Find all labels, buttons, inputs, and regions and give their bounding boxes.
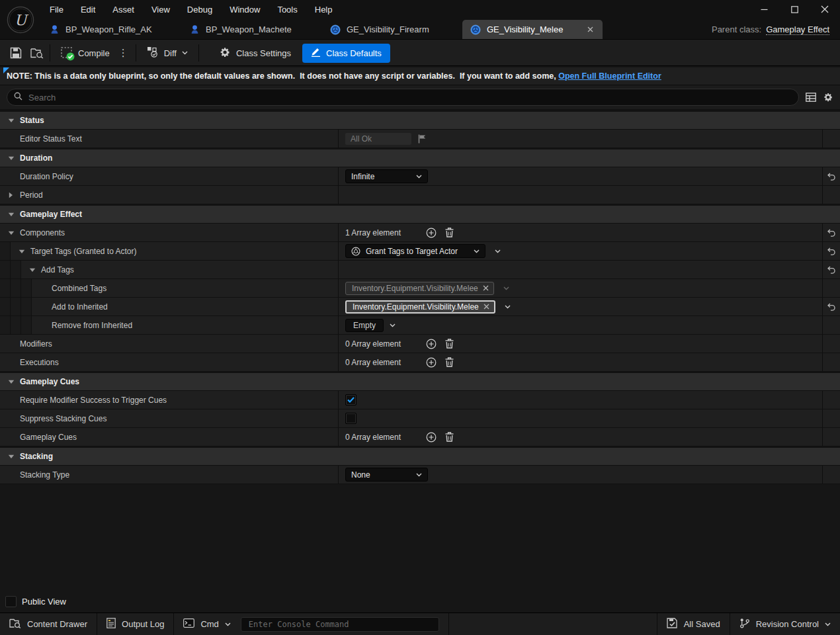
menu-debug[interactable]: Debug	[179, 0, 221, 19]
menu-help[interactable]: Help	[306, 0, 341, 19]
add-array-element-button[interactable]	[423, 429, 439, 445]
property-value-cell: 1 Array element	[339, 224, 822, 241]
details-search-row	[0, 85, 840, 109]
tab-bp-weapon-rifle-ak[interactable]: BP_Weapon_Rifle_AK	[42, 20, 182, 39]
property-label: Suppress Stacking Cues	[20, 414, 106, 423]
duration-policy-dropdown[interactable]: Infinite	[345, 169, 428, 183]
close-window-button[interactable]	[810, 0, 840, 19]
add-to-inherited-tag-chip[interactable]: Inventory.Equipment.Visibility.Melee	[345, 300, 495, 314]
delete-array-elements-button[interactable]	[441, 225, 457, 241]
reset-column	[822, 466, 840, 484]
reset-to-default-button[interactable]	[823, 169, 839, 185]
delete-array-elements-button[interactable]	[441, 336, 457, 352]
property-value-cell: 0 Array element	[339, 428, 822, 446]
chevron-down-icon[interactable]	[503, 286, 509, 290]
combined-tags-tag-chip[interactable]: Inventory.Equipment.Visibility.Melee	[345, 282, 494, 295]
property-value-cell: Infinite	[339, 167, 822, 185]
reset-column	[822, 335, 840, 353]
maximize-button[interactable]	[779, 0, 810, 19]
chevron-down-icon[interactable]	[495, 249, 501, 253]
view-options-grid-icon[interactable]	[806, 93, 816, 102]
save-asset-button[interactable]	[8, 45, 24, 61]
property-value-cell: 0 Array element	[339, 353, 822, 371]
search-box[interactable]	[7, 89, 799, 106]
delete-array-elements-button[interactable]	[441, 429, 457, 445]
menu-view[interactable]: View	[143, 0, 179, 19]
reset-to-default-button[interactable]	[823, 225, 839, 241]
parent-class-link[interactable]: Gameplay Effect	[766, 24, 829, 35]
toolbar-separator	[50, 44, 50, 62]
menu-tools[interactable]: Tools	[269, 0, 306, 19]
expand-arrow-icon[interactable]	[29, 267, 41, 273]
property-row-combined-tags: Combined TagsInventory.Equipment.Visibil…	[0, 279, 840, 298]
menu-edit[interactable]: Edit	[72, 0, 104, 19]
remove-from-inherited-empty-chip[interactable]: Empty	[345, 319, 384, 332]
content-drawer-button[interactable]: Content Drawer	[0, 613, 97, 635]
compile-button[interactable]: Compile	[55, 43, 116, 63]
category-gameplay-effect[interactable]: Gameplay Effect	[0, 206, 840, 224]
remove-tag-icon[interactable]	[483, 304, 489, 310]
tab-label: BP_Weapon_Rifle_AK	[65, 24, 152, 34]
revision-control-label: Revision Control	[756, 619, 819, 629]
require-modifier-success-to-trigger-cues-checkbox[interactable]	[345, 394, 357, 405]
tab-bp-weapon-machete[interactable]: BP_Weapon_Machete	[182, 20, 322, 39]
category-stacking[interactable]: Stacking	[0, 448, 840, 466]
chevron-down-icon[interactable]	[390, 323, 396, 327]
tab-ge-visibility-melee[interactable]: GE_Visibility_Melee	[462, 20, 603, 39]
property-label: Editor Status Text	[20, 134, 82, 144]
all-saved-button[interactable]: All Saved	[657, 613, 730, 635]
reset-column	[822, 224, 840, 241]
tab-ge-visibility-firearm[interactable]: GE_Visibility_Firearm	[322, 20, 462, 39]
output-log-button[interactable]: Output Log	[97, 613, 174, 635]
category-duration[interactable]: Duration	[0, 149, 840, 167]
details-settings-gear-icon[interactable]	[823, 92, 833, 103]
add-array-element-button[interactable]	[423, 355, 439, 370]
editor-status-text-input[interactable]: All Ok	[345, 133, 411, 145]
suppress-stacking-cues-checkbox[interactable]	[345, 413, 357, 424]
expand-arrow-icon[interactable]	[8, 192, 20, 198]
target-tags-granted-to-actor-dropdown[interactable]: Grant Tags to Target Actor	[345, 244, 485, 258]
menu-asset[interactable]: Asset	[104, 0, 143, 19]
property-row-add-tags: Add Tags	[0, 261, 840, 279]
close-tab-icon[interactable]	[586, 25, 595, 34]
compile-icon	[61, 47, 73, 59]
add-array-element-button[interactable]	[423, 225, 439, 241]
cmd-label[interactable]: Cmd	[200, 619, 218, 629]
remove-tag-icon[interactable]	[483, 285, 489, 291]
reset-column	[822, 409, 840, 427]
reset-to-default-button[interactable]	[823, 243, 839, 259]
class-defaults-button[interactable]: Class Defaults	[302, 44, 390, 63]
public-view-checkbox[interactable]	[5, 596, 17, 607]
menu-window[interactable]: Window	[221, 0, 269, 19]
reset-column	[822, 353, 840, 371]
sphere-icon	[351, 247, 360, 256]
add-array-element-button[interactable]	[423, 336, 439, 352]
reset-to-default-button[interactable]	[823, 299, 839, 315]
category-gameplay-cues[interactable]: Gameplay Cues	[0, 373, 840, 391]
window-chrome: U FileEditAssetViewDebugWindowToolsHelp …	[0, 0, 840, 39]
reset-to-default-button[interactable]	[823, 262, 839, 278]
category-status[interactable]: Status	[0, 112, 840, 130]
minimize-button[interactable]	[749, 0, 779, 19]
compile-options-kebab-icon[interactable]: ⋮	[116, 47, 131, 59]
delete-array-elements-button[interactable]	[441, 355, 457, 370]
property-value-cell	[339, 261, 822, 278]
category-label: Duration	[20, 153, 52, 163]
chevron-down-icon[interactable]	[505, 305, 511, 309]
expand-arrow-icon[interactable]	[8, 230, 20, 235]
open-full-blueprint-editor-link[interactable]: Open Full Blueprint Editor	[558, 71, 661, 81]
property-label: Add Tags	[41, 265, 74, 275]
property-value-cell: 0 Array element	[339, 335, 822, 353]
search-input[interactable]	[27, 92, 792, 103]
revision-control-button[interactable]: Revision Control	[730, 613, 840, 635]
browse-to-asset-button[interactable]	[29, 45, 45, 61]
property-name-cell: Modifiers	[0, 335, 339, 353]
diff-button[interactable]: Diff	[141, 43, 194, 63]
expand-arrow-icon[interactable]	[19, 249, 30, 254]
save-status-icon	[667, 618, 678, 630]
property-name-cell: Add Tags	[0, 261, 339, 278]
stacking-type-dropdown[interactable]: None	[345, 468, 428, 482]
console-command-input[interactable]	[247, 619, 433, 630]
menu-file[interactable]: File	[41, 0, 72, 19]
class-settings-button[interactable]: Class Settings	[213, 43, 297, 63]
